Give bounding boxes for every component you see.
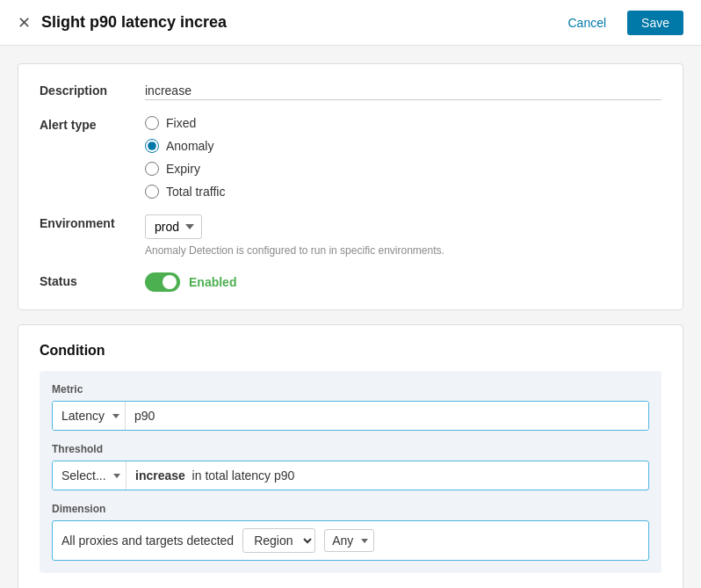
environment-select[interactable]: prod xyxy=(145,214,202,239)
toggle-slider xyxy=(145,272,180,292)
metric-field-label: Metric xyxy=(52,383,649,396)
description-value xyxy=(145,82,661,100)
radio-expiry[interactable]: Expiry xyxy=(145,162,661,176)
metric-input-row: Latency xyxy=(52,401,649,431)
radio-fixed[interactable]: Fixed xyxy=(145,116,661,130)
dimension-any-select[interactable]: Any xyxy=(324,529,374,552)
dimension-static-text: All proxies and targets detected xyxy=(61,534,234,548)
environment-label: Environment xyxy=(40,214,145,230)
metric-field: Metric Latency xyxy=(52,383,649,431)
metric-area: Metric Latency Threshold Select... incre… xyxy=(40,371,661,573)
threshold-field-label: Threshold xyxy=(52,443,649,455)
radio-anomaly-label: Anomaly xyxy=(166,139,213,153)
alert-type-options: Fixed Anomaly Expiry Total traffic xyxy=(145,116,661,199)
status-toggle-row: Enabled xyxy=(145,272,661,292)
threshold-text-suffix: in total latency p90 xyxy=(192,468,295,483)
description-label: Description xyxy=(40,82,145,98)
dimension-field: Dimension All proxies and targets detect… xyxy=(52,503,649,561)
status-row: Status Enabled xyxy=(40,272,661,292)
alert-type-row: Alert type Fixed Anomaly Expiry xyxy=(40,116,661,199)
threshold-field: Threshold Select... increase in total la… xyxy=(52,443,649,490)
environment-value: prod Anomaly Detection is configured to … xyxy=(145,214,661,257)
condition-card: Condition Metric Latency Threshold Selec… xyxy=(18,324,683,588)
status-text: Enabled xyxy=(189,275,236,289)
header-left: ✕ Slight p90 latency increa xyxy=(18,13,227,32)
radio-anomaly[interactable]: Anomaly xyxy=(145,139,661,153)
header-actions: Cancel Save xyxy=(553,11,683,35)
environment-hint: Anomaly Detection is configured to run i… xyxy=(145,244,661,257)
status-toggle[interactable] xyxy=(145,272,180,292)
page-title: Slight p90 latency increa xyxy=(41,13,227,32)
status-label: Status xyxy=(40,272,145,288)
radio-fixed-label: Fixed xyxy=(166,116,196,130)
threshold-description: increase in total latency p90 xyxy=(126,461,648,490)
close-button[interactable]: ✕ xyxy=(18,15,31,31)
general-settings-card: Description Alert type Fixed Anomaly xyxy=(18,63,683,310)
alert-type-radio-group: Fixed Anomaly Expiry Total traffic xyxy=(145,116,661,199)
radio-total-traffic-label: Total traffic xyxy=(166,185,225,199)
radio-expiry-label: Expiry xyxy=(166,162,200,176)
cancel-button[interactable]: Cancel xyxy=(553,11,620,35)
radio-fixed-input[interactable] xyxy=(145,116,159,130)
status-value: Enabled xyxy=(145,272,661,292)
header: ✕ Slight p90 latency increa Cancel Save xyxy=(0,0,701,46)
metric-dropdown[interactable]: Latency xyxy=(53,402,126,430)
condition-title: Condition xyxy=(40,343,661,359)
environment-row: Environment prod Anomaly Detection is co… xyxy=(40,214,661,257)
threshold-select[interactable]: Select... xyxy=(53,461,126,490)
radio-expiry-input[interactable] xyxy=(145,162,159,176)
description-input[interactable] xyxy=(145,82,661,100)
save-button[interactable]: Save xyxy=(627,11,683,35)
description-row: Description xyxy=(40,82,661,100)
main-content: Description Alert type Fixed Anomaly xyxy=(0,46,701,588)
radio-anomaly-input[interactable] xyxy=(145,139,159,153)
dimension-region-select[interactable]: Region xyxy=(242,528,315,553)
dimension-input-row: All proxies and targets detected Region … xyxy=(52,520,649,561)
threshold-input-row: Select... increase in total latency p90 xyxy=(52,461,649,490)
dimension-field-label: Dimension xyxy=(52,503,649,515)
alert-type-label: Alert type xyxy=(40,116,145,132)
threshold-text-prefix: increase xyxy=(135,468,185,483)
radio-total-traffic[interactable]: Total traffic xyxy=(145,185,661,199)
metric-text-input[interactable] xyxy=(126,402,648,430)
radio-total-traffic-input[interactable] xyxy=(145,185,159,199)
